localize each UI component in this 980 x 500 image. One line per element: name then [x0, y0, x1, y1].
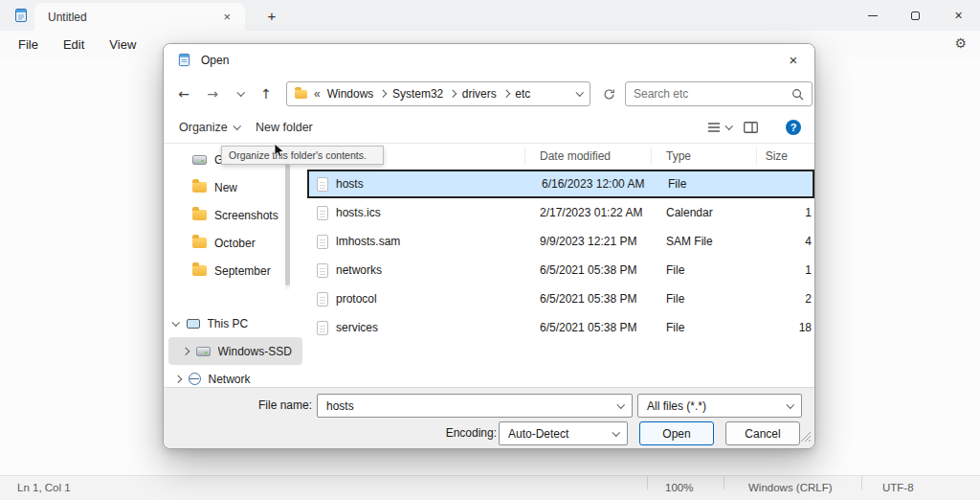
file-name-input[interactable]: hosts — [317, 394, 633, 418]
file-size: 1 — [757, 263, 814, 277]
back-button[interactable]: ← — [173, 76, 194, 112]
minimize-button[interactable] — [851, 0, 894, 31]
tab-title: Untitled — [48, 11, 218, 24]
preview-pane-button[interactable] — [744, 112, 758, 143]
recent-locations-button[interactable] — [231, 76, 252, 112]
menu-file[interactable]: File — [6, 33, 51, 57]
close-icon: × — [790, 52, 798, 68]
breadcrumb-etc[interactable]: etc — [515, 87, 530, 101]
folder-icon — [192, 238, 207, 248]
folder-icon — [192, 265, 207, 276]
maximize-icon — [911, 11, 920, 20]
notepad-window: Untitled × + × File Edit View ⚙ Ln 1, Co… — [0, 0, 980, 500]
breadcrumb-windows[interactable]: Windows — [327, 87, 374, 101]
file-name: services — [336, 321, 378, 334]
zoom-level[interactable]: 100% — [665, 476, 693, 500]
breadcrumb-root[interactable]: « — [314, 87, 321, 101]
file-date: 6/5/2021 05:38 PM — [525, 263, 652, 277]
search-placeholder: Search etc — [634, 87, 791, 101]
notepad-titlebar: Untitled × + × — [0, 0, 980, 31]
drive-icon — [192, 155, 207, 165]
menu-edit[interactable]: Edit — [51, 33, 97, 57]
line-ending[interactable]: Windows (CRLF) — [748, 476, 833, 500]
encoding-label: Encoding: — [396, 421, 497, 445]
help-button[interactable]: ? — [786, 120, 801, 135]
file-size: 18 — [757, 321, 814, 334]
file-row-networks[interactable]: networks 6/5/2021 05:38 PM File 1 — [307, 256, 814, 284]
chevron-down-icon — [234, 123, 241, 130]
up-button[interactable]: ↑ — [256, 76, 277, 112]
dialog-close-button[interactable]: × — [772, 44, 814, 76]
file-date: 6/5/2021 05:38 PM — [525, 321, 652, 334]
file-name-label: File name: — [216, 394, 312, 418]
column-header-type[interactable]: Type — [652, 148, 757, 165]
breadcrumb-system32[interactable]: System32 — [392, 87, 443, 101]
dialog-footer: File name: hosts All files (*.*) Encodin… — [164, 387, 814, 448]
sidebar-item-this-pc[interactable]: This PC — [164, 309, 307, 337]
open-button[interactable]: Open — [639, 421, 714, 445]
file-row-hosts-ics[interactable]: hosts.ics 2/17/2023 01:22 AM Calendar 1 — [307, 198, 814, 227]
view-mode-button[interactable] — [707, 112, 732, 143]
forward-button[interactable]: → — [202, 76, 223, 112]
close-icon: × — [954, 9, 962, 22]
organize-button[interactable]: Organize — [179, 112, 239, 143]
encoding-select[interactable]: Auto-Detect — [499, 421, 628, 445]
file-row-services[interactable]: services 6/5/2021 05:38 PM File 18 — [307, 313, 814, 342]
search-icon — [791, 88, 804, 101]
settings-gear-icon[interactable]: ⚙ — [954, 35, 967, 51]
chevron-down-icon — [725, 123, 733, 130]
status-divider — [724, 476, 724, 489]
file-type-select[interactable]: All files (*.*) — [637, 394, 802, 418]
network-icon — [189, 373, 201, 385]
file-type: Calendar — [652, 206, 757, 219]
cancel-button[interactable]: Cancel — [725, 421, 800, 445]
resize-grip[interactable] — [800, 431, 812, 445]
folder-icon — [295, 90, 307, 99]
chevron-down-icon[interactable] — [575, 89, 583, 97]
file-icon — [317, 177, 328, 192]
search-box[interactable]: Search etc — [625, 81, 813, 106]
status-bar: Ln 1, Col 1 100% Windows (CRLF) UTF-8 — [0, 475, 980, 500]
file-icon — [317, 321, 328, 335]
chevron-down-icon — [616, 400, 624, 408]
minimize-icon — [868, 15, 878, 16]
dialog-title: Open — [201, 54, 772, 67]
chevron-down-icon — [237, 89, 245, 97]
tab-untitled[interactable]: Untitled × — [34, 3, 245, 31]
menu-view[interactable]: View — [97, 33, 148, 57]
chevron-down-icon[interactable] — [172, 318, 180, 326]
file-name-value: hosts — [326, 399, 354, 413]
encoding-indicator[interactable]: UTF-8 — [882, 476, 914, 500]
status-divider — [647, 476, 648, 489]
file-type: File — [652, 321, 757, 334]
folder-icon — [192, 182, 207, 193]
drive-icon — [196, 347, 211, 356]
file-date: 6/5/2021 05:38 PM — [525, 292, 652, 306]
file-row-protocol[interactable]: protocol 6/5/2021 05:38 PM File 2 — [307, 284, 814, 313]
chevron-right-icon[interactable] — [174, 375, 182, 383]
file-date: 9/9/2023 12:21 PM — [525, 235, 652, 248]
file-row-hosts[interactable]: hosts 6/16/2023 12:00 AM File — [307, 170, 814, 198]
tab-close-icon[interactable]: × — [218, 10, 235, 24]
new-folder-button[interactable]: New folder — [256, 112, 313, 143]
address-bar[interactable]: « Windows System32 drivers etc — [286, 81, 590, 106]
breadcrumb-drivers[interactable]: drivers — [462, 87, 497, 101]
file-row-lmhosts-sam[interactable]: lmhosts.sam 9/9/2023 12:21 PM SAM File 4 — [307, 227, 814, 256]
column-header-date-modified[interactable]: Date modified — [525, 148, 652, 165]
sidebar-scrollbar-thumb[interactable] — [285, 151, 290, 285]
file-type-value: All files (*.*) — [647, 399, 706, 413]
maximize-button[interactable] — [894, 0, 937, 31]
new-tab-button[interactable]: + — [258, 0, 285, 31]
column-header-size[interactable]: Size — [757, 148, 814, 165]
sidebar-item-windows-ssd[interactable]: Windows-SSD — [168, 337, 302, 365]
window-close-button[interactable]: × — [937, 0, 980, 31]
refresh-button[interactable] — [596, 81, 621, 106]
file-name: networks — [336, 263, 382, 277]
file-icon — [317, 206, 328, 220]
file-name: lmhosts.sam — [336, 235, 400, 248]
file-name: hosts — [336, 177, 364, 191]
help-icon: ? — [791, 122, 797, 133]
new-folder-label: New folder — [256, 121, 313, 134]
chevron-right-icon[interactable] — [182, 348, 189, 355]
file-type: File — [652, 292, 757, 306]
